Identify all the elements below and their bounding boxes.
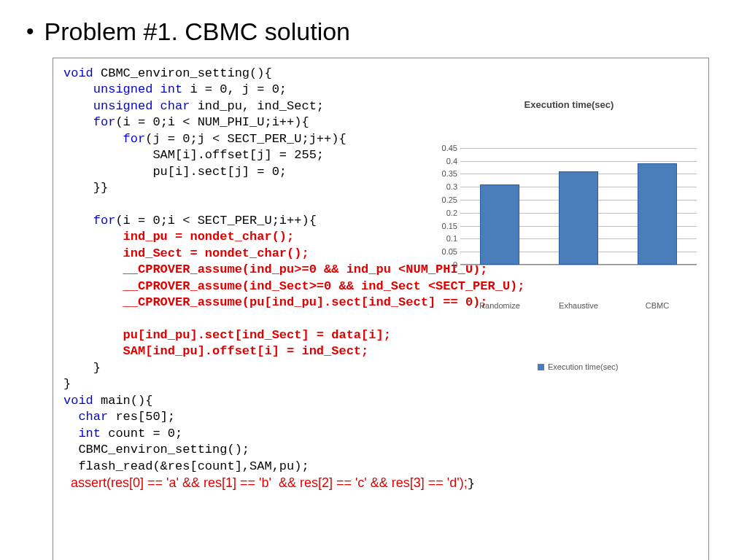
code-text: (i = 0;i < NUM_PHI_U;i++){	[115, 115, 309, 129]
kw-void: void	[63, 394, 93, 408]
x-axis-labels: RandomizeExhaustiveCBMC	[460, 300, 697, 311]
slide-title-row: • Problem #1. CBMC solution	[26, 18, 724, 46]
bar	[559, 171, 598, 265]
code-text: }	[63, 361, 101, 375]
chart: Execution time(sec) 00.050.10.150.20.250…	[434, 63, 704, 230]
code-text: }	[63, 377, 71, 391]
legend-swatch-icon	[538, 364, 544, 370]
kw-int: int	[63, 427, 101, 440]
slide: • Problem #1. CBMC solution void CBMC_en…	[0, 0, 747, 560]
kw-char: char	[63, 410, 108, 424]
chart-plot-area: 00.050.10.150.20.250.30.350.40.45	[460, 148, 697, 265]
code-text: ind_pu, ind_Sect;	[190, 99, 324, 113]
chart-legend: Execution time(sec)	[434, 351, 704, 383]
code-red: pu[ind_pu].sect[ind_Sect] = data[i];	[63, 328, 391, 342]
kw-uint: unsigned int	[63, 82, 182, 96]
code-text: res[50];	[108, 410, 175, 424]
kw-void: void	[63, 66, 93, 80]
y-tick-label: 0.05	[434, 246, 457, 257]
y-tick-label: 0	[434, 260, 457, 271]
code-text: }}	[63, 181, 108, 195]
y-tick-label: 0.35	[434, 168, 457, 179]
code-red: __CPROVER_assume(pu[ind_pu].sect[ind_Sec…	[63, 295, 488, 309]
chart-title: Execution time(sec)	[434, 98, 704, 111]
grid-line	[460, 161, 697, 162]
legend-label: Execution time(sec)	[548, 362, 619, 371]
code-text: CBMC_environ_setting();	[63, 443, 249, 456]
grid-line	[460, 148, 697, 149]
bar	[480, 184, 519, 265]
code-red: __CPROVER_assume(ind_pu>=0 && ind_pu <NU…	[63, 262, 488, 276]
y-tick-label: 0.2	[434, 208, 457, 219]
kw-for: for	[63, 115, 115, 129]
y-tick-label: 0.3	[434, 182, 457, 192]
code-text: i = 0, j = 0;	[182, 82, 287, 96]
code-text: main(){	[93, 394, 153, 408]
code-block: void CBMC_environ_setting(){ unsigned in…	[53, 58, 709, 560]
code-text: }	[468, 477, 475, 491]
code-text: pu[i].sect[j] = 0;	[63, 165, 287, 179]
code-text: SAM[i].offset[j] = 255;	[63, 148, 324, 162]
code-red: ind_pu = nondet_char();	[63, 230, 294, 244]
code-text: CBMC_environ_setting(){	[93, 66, 272, 80]
x-tick-label: CBMC	[618, 300, 697, 311]
kw-for: for	[63, 132, 145, 146]
assert-line: assert(res[0] == 'a' && res[1] == 'b' &&…	[63, 475, 468, 490]
y-tick-label: 0.1	[434, 233, 457, 244]
kw-uchar: unsigned char	[63, 99, 190, 113]
code-red: ind_Sect = nondet_char();	[63, 246, 309, 260]
y-tick-label: 0.45	[434, 143, 457, 154]
x-tick-label: Randomize	[460, 300, 539, 311]
y-tick-label: 0.4	[434, 155, 457, 166]
y-tick-label: 0.15	[434, 220, 457, 231]
code-text: (j = 0;j < SECT_PER_U;j++){	[145, 132, 346, 146]
code-text: (i = 0;i < SECT_PER_U;i++){	[115, 214, 316, 228]
code-text: flash_read(&res[count],SAM,pu);	[63, 459, 309, 473]
bar	[638, 163, 677, 265]
code-text: count = 0;	[101, 427, 182, 440]
code-red: SAM[ind_pu].offset[i] = ind_Sect;	[63, 344, 368, 358]
bullet-icon: •	[26, 20, 34, 42]
x-tick-label: Exhaustive	[539, 300, 618, 311]
kw-for: for	[63, 214, 115, 228]
slide-title: Problem #1. CBMC solution	[44, 18, 351, 46]
grid-line	[460, 265, 697, 265]
y-tick-label: 0.25	[434, 195, 457, 206]
